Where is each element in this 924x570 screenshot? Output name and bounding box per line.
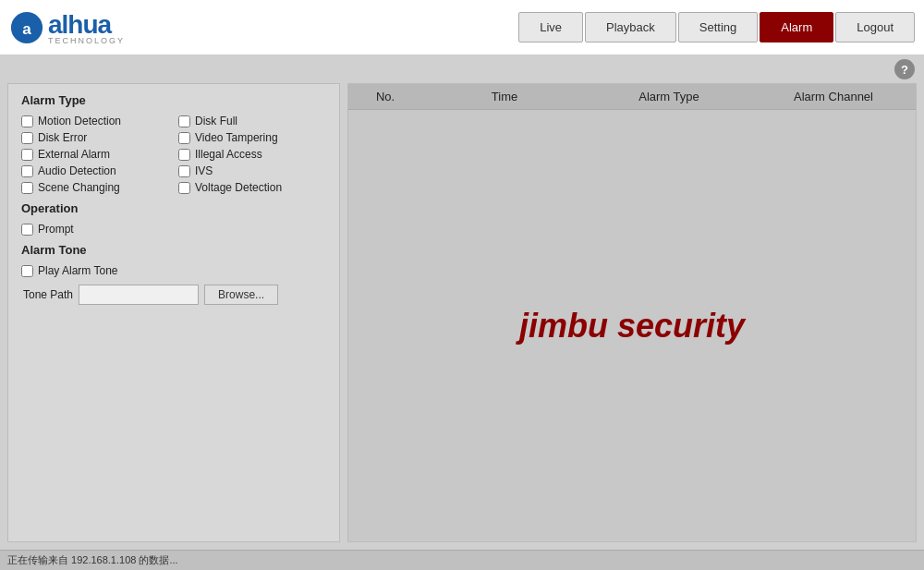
logo-text-area: alhua TECHNOLOGY [48,10,125,45]
ivs-checkbox[interactable] [178,165,190,177]
prompt-item[interactable]: Prompt [21,223,326,236]
nav-buttons: Live Playback Setting Alarm Logout [518,12,915,42]
ivs-item[interactable]: IVS [178,164,326,177]
table-header: No. Time Alarm Type Alarm Channel [348,84,916,110]
disk-full-checkbox[interactable] [178,115,190,127]
illegal-access-item[interactable]: Illegal Access [178,148,326,161]
col-alarm-channel: Alarm Channel [751,90,916,103]
audio-detection-label: Audio Detection [38,164,116,177]
external-alarm-checkbox[interactable] [21,149,33,161]
disk-error-item[interactable]: Disk Error [21,131,169,144]
left-panel: Alarm Type Motion Detection Disk Full Di… [7,83,340,542]
illegal-access-label: Illegal Access [195,148,262,161]
browse-button[interactable]: Browse... [204,285,278,305]
disk-full-label: Disk Full [195,115,237,127]
svg-text:a: a [22,19,31,37]
help-icon[interactable]: ? [894,59,915,79]
header: a alhua TECHNOLOGY Live Playback Setting… [0,0,924,55]
watermark: jimbu security [519,307,745,346]
alarm-button[interactable]: Alarm [760,12,833,42]
voltage-detection-label: Voltage Detection [195,181,282,194]
alarm-tone-title: Alarm Tone [21,243,326,257]
table-body: jimbu security [348,110,916,541]
disk-error-label: Disk Error [38,131,87,144]
help-row: ? [0,55,924,83]
play-alarm-tone-label: Play Alarm Tone [38,264,118,277]
video-tampering-item[interactable]: Video Tampering [178,131,326,144]
alarm-type-title: Alarm Type [21,93,326,107]
logo-area: a alhua TECHNOLOGY [9,10,518,45]
scene-changing-checkbox[interactable] [21,182,33,194]
main-content: Alarm Type Motion Detection Disk Full Di… [0,83,924,550]
right-panel: No. Time Alarm Type Alarm Channel jimbu … [347,83,917,542]
col-alarm-type: Alarm Type [587,90,751,103]
col-time: Time [422,90,587,103]
scene-changing-item[interactable]: Scene Changing [21,181,169,194]
live-button[interactable]: Live [518,12,583,42]
logo-brand: alhua [48,10,111,39]
motion-detection-label: Motion Detection [38,115,121,127]
video-tampering-checkbox[interactable] [178,132,190,144]
video-tampering-label: Video Tampering [195,131,278,144]
operation-title: Operation [21,201,326,215]
illegal-access-checkbox[interactable] [178,149,190,161]
dahua-logo-icon: a [9,10,44,45]
playback-button[interactable]: Playback [585,12,676,42]
audio-detection-item[interactable]: Audio Detection [21,164,169,177]
ivs-label: IVS [195,164,213,177]
prompt-checkbox[interactable] [21,224,33,236]
logo-sub: TECHNOLOGY [48,36,125,45]
col-no: No. [348,90,422,103]
setting-button[interactable]: Setting [678,12,758,42]
disk-error-checkbox[interactable] [21,132,33,144]
external-alarm-label: External Alarm [38,148,110,161]
tone-path-label: Tone Path [23,288,73,301]
voltage-detection-checkbox[interactable] [178,182,190,194]
logout-button[interactable]: Logout [835,12,915,42]
status-bar: 正在传输来自 192.168.1.108 的数据... [0,550,924,570]
voltage-detection-item[interactable]: Voltage Detection [178,181,326,194]
prompt-label: Prompt [38,223,74,236]
motion-detection-item[interactable]: Motion Detection [21,115,169,127]
motion-detection-checkbox[interactable] [21,115,33,127]
external-alarm-item[interactable]: External Alarm [21,148,169,161]
play-alarm-tone-item[interactable]: Play Alarm Tone [21,264,326,277]
status-text: 正在传输来自 192.168.1.108 的数据... [7,553,178,567]
tone-path-row: Tone Path Browse... [23,285,326,305]
disk-full-item[interactable]: Disk Full [178,115,326,127]
audio-detection-checkbox[interactable] [21,165,33,177]
scene-changing-label: Scene Changing [38,181,120,194]
tone-path-input[interactable] [79,285,199,305]
alarm-type-checkboxes: Motion Detection Disk Full Disk Error Vi… [21,115,326,194]
play-alarm-tone-checkbox[interactable] [21,265,33,277]
